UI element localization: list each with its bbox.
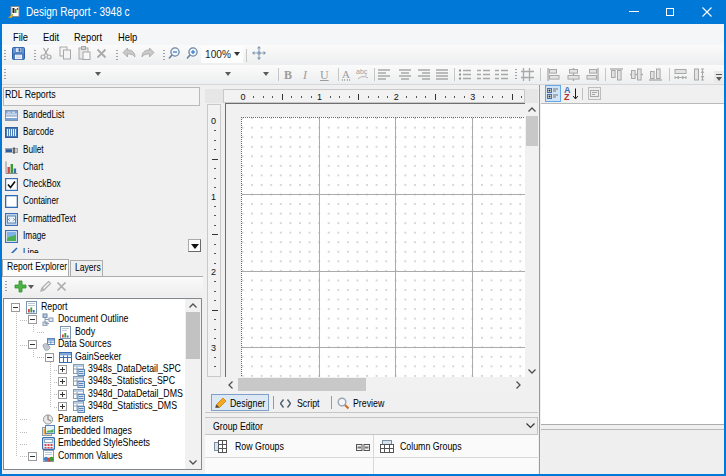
svg-text:abç: abç bbox=[356, 68, 368, 76]
